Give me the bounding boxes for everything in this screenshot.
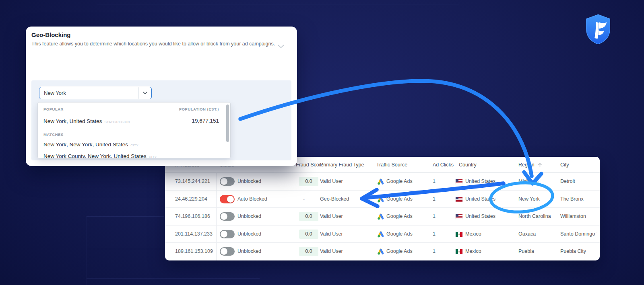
fraud-score-badge: 0.0 (299, 230, 318, 239)
google-ads-icon (377, 196, 384, 203)
status-toggle[interactable] (220, 247, 235, 256)
status-label: Unblocked (237, 226, 261, 243)
traffic-source-label: Google Ads (386, 173, 413, 191)
ad-clicks-cell: 1 (433, 243, 436, 260)
region-cell: Michigan (518, 173, 539, 191)
table-row: 24.46.229.204 Auto Blocked - Geo-Blocked… (165, 191, 600, 208)
fraud-type-cell: Valid User (320, 243, 343, 260)
background-line (87, 216, 87, 285)
location-type-tag: CITY (149, 155, 157, 158)
col-header-score[interactable]: Fraud Score (296, 157, 324, 173)
fraud-type-cell: Valid User (320, 226, 343, 243)
col-header-region[interactable]: Region (518, 157, 535, 173)
status-toggle[interactable] (220, 195, 235, 203)
google-ads-icon (377, 231, 384, 238)
traffic-source-label: Google Ads (386, 208, 413, 226)
marketing-canvas: { "logo": { "name": "fraud-blocker-shiel… (0, 0, 644, 285)
dropdown-item-match[interactable]: New York County, New York, United States… (43, 152, 157, 158)
location-search-input[interactable] (39, 87, 138, 99)
sort-ascending-icon[interactable] (538, 162, 542, 169)
population-value: 19,677,151 (192, 118, 219, 124)
country-flag-icon (456, 197, 462, 202)
toggle-knob (227, 196, 234, 203)
google-ads-icon (377, 178, 384, 185)
fraud-type-cell: Valid User (320, 173, 343, 191)
table-row: 201.114.137.233 Unblocked 0.0 Valid User… (165, 226, 600, 243)
city-cell: Detroit (560, 173, 575, 191)
col-header-clicks[interactable]: Ad Clicks (433, 157, 454, 173)
status-label: Unblocked (237, 208, 261, 226)
location-combobox (39, 87, 152, 99)
col-header-city[interactable]: City (560, 157, 569, 173)
country-flag-icon (456, 214, 462, 219)
dropdown-scrollbar[interactable] (226, 105, 229, 142)
toggle-knob (221, 178, 227, 185)
status-label: Unblocked (237, 173, 261, 191)
card-description: This feature allows you to determine whi… (31, 41, 275, 47)
city-cell: Santo Domingo T... (560, 226, 597, 243)
status-label: Unblocked (237, 243, 261, 260)
country-label: Mexico (465, 243, 481, 260)
background-line (87, 278, 260, 279)
region-cell: New York (518, 191, 540, 208)
location-name: New York, New York, United States (43, 141, 128, 148)
collapse-chevron-icon[interactable] (278, 43, 284, 50)
card-title: Geo-Blocking (31, 31, 71, 38)
col-header-fraud-type[interactable]: Primary Fraud Type (320, 157, 364, 173)
fraud-blocker-logo (584, 14, 613, 44)
background-line (87, 249, 164, 249)
ad-clicks-cell: 1 (433, 226, 436, 243)
status-toggle[interactable] (220, 212, 235, 221)
background-line (97, 4, 459, 4)
col-header-country[interactable]: Country (459, 157, 477, 173)
fraud-score-badge: 0.0 (299, 247, 318, 256)
shield-icon (584, 14, 613, 44)
fraud-score-badge: 0.0 (299, 212, 318, 221)
population-column-label: POPULATION (EST.) (179, 107, 219, 111)
ip-cell: 24.46.229.204 (175, 191, 207, 208)
country-label: United States (465, 191, 495, 208)
dropdown-toggle-button[interactable] (138, 87, 151, 99)
country-label: United States (465, 173, 495, 191)
table-row: 189.161.153.109 Unblocked 0.0 Valid User… (165, 243, 600, 260)
ip-cell: 73.145.244.221 (175, 173, 210, 191)
traffic-source-label: Google Ads (386, 243, 413, 260)
ip-cell: 201.114.137.233 (175, 226, 213, 243)
status-label: Auto Blocked (237, 191, 267, 208)
fraud-score-badge: - (299, 195, 318, 204)
country-flag-icon (456, 179, 462, 184)
popular-section-label: POPULAR (43, 107, 64, 111)
region-cell: Puebla (518, 243, 534, 260)
status-toggle[interactable] (220, 230, 235, 238)
status-toggle[interactable] (220, 177, 235, 186)
country-label: United States (465, 208, 495, 226)
ip-report-table: IP Address Status Fraud Score Primary Fr… (165, 157, 600, 260)
toggle-knob (221, 231, 227, 238)
matches-section-label: MATCHES (43, 132, 64, 137)
ad-clicks-cell: 1 (433, 173, 436, 191)
google-ads-icon (377, 248, 384, 255)
dropdown-item-match[interactable]: New York, New York, United StatesCITY (43, 141, 138, 148)
location-dropdown-list: POPULAR POPULATION (EST.) New York, Unit… (37, 102, 231, 158)
region-cell: North Carolina (518, 208, 551, 226)
ip-cell: 189.161.153.109 (175, 243, 213, 260)
col-header-source[interactable]: Traffic Source (376, 157, 407, 173)
chevron-down-icon (143, 92, 147, 94)
ad-clicks-cell: 1 (433, 208, 436, 226)
country-flag-icon (456, 249, 462, 254)
toggle-knob (221, 213, 227, 220)
fraud-score-badge: 0.0 (299, 177, 318, 186)
location-name: New York, United States (43, 118, 102, 124)
geo-blocking-card: Geo-Blocking This feature allows you to … (26, 27, 297, 166)
background-line (87, 216, 164, 217)
table-body: 73.145.244.221 Unblocked 0.0 Valid User … (165, 173, 600, 260)
city-cell: Williamston (560, 208, 586, 226)
dropdown-item-popular[interactable]: New York, United StatesSTATE/REGION (43, 117, 130, 125)
fraud-type-cell: Geo-Blocked (320, 191, 349, 208)
ad-clicks-cell: 1 (433, 191, 436, 208)
google-ads-icon (377, 213, 384, 220)
country-label: Mexico (465, 226, 481, 243)
region-cell: Oaxaca (518, 226, 536, 243)
fraud-type-cell: Valid User (320, 208, 343, 226)
city-cell: The Bronx (560, 191, 584, 208)
